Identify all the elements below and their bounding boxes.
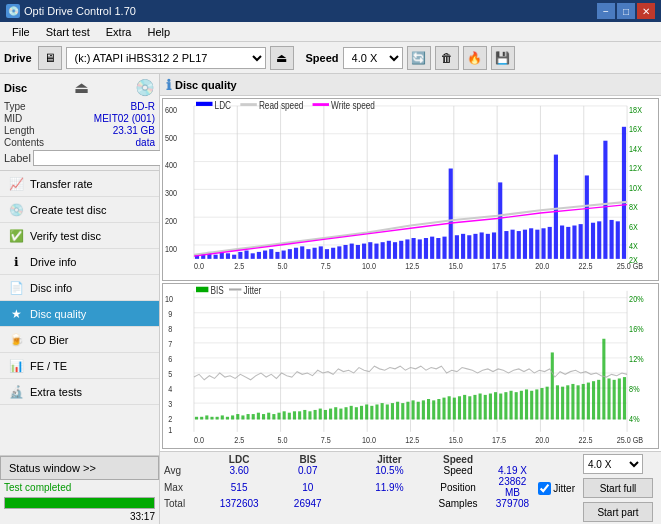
maximize-button[interactable]: □ [617, 3, 635, 19]
svg-text:400: 400 [165, 159, 177, 170]
nav-verify-test-disc[interactable]: ✅ Verify test disc [0, 223, 159, 249]
nav-transfer-rate[interactable]: 📈 Transfer rate [0, 171, 159, 197]
svg-rect-46 [275, 252, 279, 259]
stats-max-row: Max 515 10 11.9% Position 23862 MB [164, 476, 534, 498]
nav-verify-test-disc-label: Verify test disc [30, 230, 101, 242]
refresh-button[interactable]: 🔄 [407, 46, 431, 70]
svg-text:600: 600 [165, 104, 177, 115]
svg-rect-167 [252, 414, 255, 419]
svg-rect-99 [603, 141, 607, 259]
svg-rect-213 [489, 393, 492, 419]
svg-rect-68 [412, 238, 416, 259]
svg-rect-231 [582, 384, 585, 420]
svg-rect-202 [432, 400, 435, 419]
svg-text:5.0: 5.0 [277, 260, 287, 271]
bis-chart-container: 10 9 8 7 6 5 4 3 2 1 20% 16% 12% 8% 4% [162, 283, 659, 449]
menu-extra[interactable]: Extra [98, 24, 140, 40]
eject-button[interactable]: ⏏ [270, 46, 294, 70]
speed-select[interactable]: 4.0 X [343, 47, 403, 69]
menu-start-test[interactable]: Start test [38, 24, 98, 40]
svg-rect-65 [393, 242, 397, 259]
total-bis: 26947 [275, 498, 340, 509]
svg-rect-36 [214, 255, 218, 259]
start-part-button[interactable]: Start part [583, 502, 653, 522]
svg-rect-55 [331, 248, 335, 259]
stats-table: LDC BIS Jitter Speed Avg 3.60 0.07 10.5%… [164, 454, 534, 522]
close-button[interactable]: ✕ [637, 3, 655, 19]
nav-disc-quality[interactable]: ★ Disc quality [0, 301, 159, 327]
jitter-checkbox[interactable] [538, 482, 551, 495]
menu-help[interactable]: Help [139, 24, 178, 40]
svg-rect-220 [525, 389, 528, 419]
svg-rect-71 [430, 237, 434, 259]
nav-create-test-disc[interactable]: 💿 Create test disc [0, 197, 159, 223]
disc-type-label: Type [4, 101, 26, 112]
svg-rect-70 [424, 238, 428, 259]
svg-text:5: 5 [168, 368, 172, 379]
drive-select[interactable]: (k:) ATAPI iHBS312 2 PL17 [66, 47, 266, 69]
svg-text:17.5: 17.5 [492, 433, 506, 444]
nav-drive-info[interactable]: ℹ Drive info [0, 249, 159, 275]
app-icon: 💿 [6, 4, 20, 18]
svg-rect-75 [455, 235, 459, 259]
charts-area: 600 500 400 300 200 100 18X 16X 14X 12X … [160, 96, 661, 451]
svg-rect-94 [572, 226, 576, 259]
start-full-button[interactable]: Start full [583, 478, 653, 498]
speed-combo[interactable]: 4.0 X [583, 454, 643, 474]
toolbar: Drive 🖥 (k:) ATAPI iHBS312 2 PL17 ⏏ Spee… [0, 42, 661, 74]
svg-text:Read speed: Read speed [259, 99, 303, 111]
disc-label-row: Label 🔍 [4, 150, 155, 166]
svg-rect-181 [324, 410, 327, 420]
svg-rect-89 [541, 228, 545, 259]
nav-extra-tests[interactable]: 🔬 Extra tests [0, 379, 159, 405]
drive-icon-btn[interactable]: 🖥 [38, 46, 62, 70]
erase-button[interactable]: 🗑 [435, 46, 459, 70]
svg-rect-72 [436, 238, 440, 259]
svg-rect-185 [345, 407, 348, 419]
menu-file[interactable]: File [4, 24, 38, 40]
ldc-header: LDC [203, 454, 275, 465]
nav-transfer-rate-label: Transfer rate [30, 178, 93, 190]
svg-rect-79 [480, 232, 484, 258]
svg-rect-235 [602, 338, 605, 419]
svg-rect-64 [387, 241, 391, 259]
avg-label: Avg [164, 465, 203, 476]
disc-eject-icon[interactable]: ⏏ [74, 78, 89, 97]
svg-rect-206 [453, 397, 456, 419]
svg-rect-51 [306, 249, 310, 259]
minimize-button[interactable]: − [597, 3, 615, 19]
svg-rect-196 [401, 403, 404, 419]
svg-rect-101 [616, 221, 620, 259]
svg-rect-227 [561, 386, 564, 419]
disc-panel: Disc ⏏ 💿 Type BD-R MID MEIT02 (001) Leng… [0, 74, 159, 171]
nav-cd-bier[interactable]: 🍺 CD Bier [0, 327, 159, 353]
disc-label-input[interactable] [33, 150, 166, 166]
svg-rect-232 [587, 382, 590, 419]
svg-rect-98 [597, 221, 601, 259]
disc-mid-value: MEIT02 (001) [94, 113, 155, 124]
titlebar-controls[interactable]: − □ ✕ [597, 3, 655, 19]
svg-text:17.5: 17.5 [492, 260, 506, 271]
svg-rect-183 [334, 407, 337, 419]
disc-type-value: BD-R [131, 101, 155, 112]
svg-rect-179 [314, 410, 317, 420]
svg-rect-41 [244, 251, 248, 259]
sidebar: Disc ⏏ 💿 Type BD-R MID MEIT02 (001) Leng… [0, 74, 160, 524]
svg-text:6: 6 [168, 353, 172, 364]
burn-button[interactable]: 🔥 [463, 46, 487, 70]
speed-value: 4.19 X [491, 465, 535, 476]
svg-text:500: 500 [165, 132, 177, 143]
speed-label: Speed [425, 465, 490, 476]
nav-drive-info-label: Drive info [30, 256, 76, 268]
svg-rect-76 [461, 234, 465, 259]
disc-title: Disc [4, 82, 27, 94]
svg-rect-165 [241, 415, 244, 419]
status-window-btn[interactable]: Status window >> [0, 456, 159, 480]
save-button[interactable]: 💾 [491, 46, 515, 70]
jitter-checkbox-label[interactable]: Jitter [538, 482, 575, 495]
disc-mid-label: MID [4, 113, 22, 124]
svg-rect-211 [479, 393, 482, 419]
svg-text:15.0: 15.0 [449, 433, 463, 444]
nav-fe-te[interactable]: 📊 FE / TE [0, 353, 159, 379]
nav-disc-info[interactable]: 📄 Disc info [0, 275, 159, 301]
